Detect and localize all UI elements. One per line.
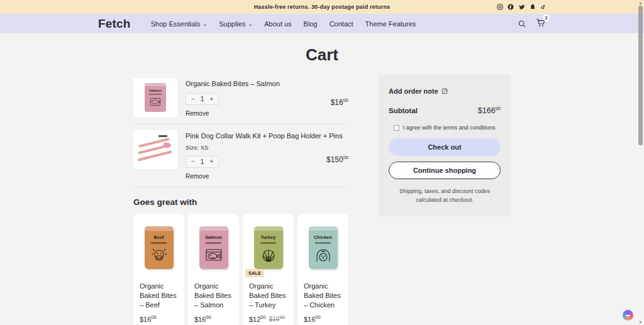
add-order-note-button[interactable]: Add order note <box>389 87 501 95</box>
beef-pouch-image: Beef <box>145 226 174 269</box>
product-thumbnail[interactable]: Salmon <box>133 78 177 117</box>
nav-item-blog[interactable]: Blog <box>304 20 318 28</box>
product-card-chicken[interactable]: Chicken Organic Baked Bites – Chicken $1… <box>297 214 348 325</box>
quantity-value: 1 <box>201 158 204 165</box>
nav-item-about-us[interactable]: About us <box>264 20 291 28</box>
product-title[interactable]: Organic Baked Bites – Salmon <box>194 282 233 311</box>
cart-item-price: $15000 <box>326 155 348 164</box>
nav-menu: Shop Essentials⌄ Supplies⌄ About us Blog… <box>151 20 518 28</box>
cart-item-price: $1600 <box>331 97 348 107</box>
tiktok-icon[interactable] <box>540 4 546 10</box>
cart-items-section: Salmon Organic Baked Bites – Salmon − 1 … <box>133 75 348 325</box>
continue-shopping-button[interactable]: Continue shopping <box>389 162 501 179</box>
nav-item-shop-essentials[interactable]: Shop Essentials⌄ <box>151 20 208 28</box>
page-title: Cart <box>0 45 644 65</box>
twitter-icon[interactable] <box>518 4 525 10</box>
subtotal-label: Subtotal <box>389 107 418 114</box>
cart-item-salmon-bites: Salmon Organic Baked Bites – Salmon − 1 … <box>133 75 348 124</box>
order-summary: Add order note Subtotal $16600 I agree w… <box>379 75 511 216</box>
decrease-quantity-button[interactable]: − <box>191 96 195 102</box>
scroll-up-arrow[interactable]: ▲ <box>637 1 644 5</box>
compare-at-price: $1600 <box>269 316 285 322</box>
quantity-value: 1 <box>201 96 204 102</box>
remove-link[interactable]: Remove <box>186 110 280 117</box>
recommendations-heading: Goes great with <box>133 197 348 207</box>
facebook-icon[interactable] <box>508 4 514 10</box>
product-card-turkey[interactable]: Turkey SALE Organic Baked Bites – Turkey… <box>243 214 294 325</box>
brand-logo[interactable]: Fetch <box>98 17 131 31</box>
cart-item-title[interactable]: Pink Dog Collar Walk Kit + Poop Bag Hold… <box>186 131 343 140</box>
social-links <box>497 0 546 14</box>
variant-size: Size: XS <box>186 144 343 151</box>
checkout-button[interactable]: Check out <box>389 138 501 156</box>
product-price: $1600 <box>140 314 178 323</box>
recommendations-grid: Beef Organic Baked Bites – Beef $1600 Sa… <box>133 214 348 325</box>
product-title[interactable]: Organic Baked Bites – Chicken <box>304 282 342 311</box>
decrease-quantity-button[interactable]: − <box>191 158 195 165</box>
fish-icon <box>205 247 223 262</box>
scrollbar-thumb[interactable] <box>638 6 643 145</box>
snapchat-icon[interactable] <box>530 4 536 10</box>
product-thumbnail[interactable] <box>133 130 177 169</box>
chicken-icon <box>315 247 331 263</box>
nav-item-contact[interactable]: Contact <box>330 20 353 28</box>
chat-widget-button[interactable] <box>623 310 633 321</box>
cart-page: Cart Salmon Organic Baked Bites – Salmon… <box>0 45 644 325</box>
product-price: $1600 <box>304 314 342 323</box>
instagram-icon[interactable] <box>497 4 503 10</box>
announcement-text: Hassle-free returns. 30-day postage paid… <box>254 4 391 10</box>
chevron-down-icon: ⌄ <box>248 22 252 27</box>
quantity-stepper[interactable]: − 1 + <box>186 156 219 168</box>
sale-badge: SALE <box>245 269 264 277</box>
cart-button[interactable]: 2 <box>535 18 546 30</box>
product-card-salmon[interactable]: Salmon Organic Baked Bites – Salmon $160… <box>188 214 239 325</box>
salmon-pouch-image: Salmon <box>145 83 166 112</box>
increase-quantity-button[interactable]: + <box>209 96 213 102</box>
salmon-pouch-image: Salmon <box>199 226 228 269</box>
collar-kit-image <box>136 133 175 167</box>
product-title[interactable]: Organic Baked Bites – Turkey <box>249 282 287 311</box>
product-card-beef[interactable]: Beef Organic Baked Bites – Beef $1600 <box>133 214 184 325</box>
cart-count-badge: 2 <box>543 14 550 21</box>
scroll-down-arrow[interactable]: ▼ <box>637 320 644 324</box>
quantity-stepper[interactable]: − 1 + <box>186 93 219 105</box>
checkout-footnote: Shipping, taxes, and discount codes calc… <box>389 187 501 205</box>
increase-quantity-button[interactable]: + <box>209 158 213 165</box>
turkey-icon <box>260 247 277 263</box>
terms-checkbox[interactable] <box>394 125 399 131</box>
cart-item-collar-kit: Pink Dog Collar Walk Kit + Poop Bag Hold… <box>133 124 348 187</box>
page-scrollbar[interactable]: ▲ ▼ <box>637 0 644 325</box>
product-price: $1200$1600 <box>249 314 287 323</box>
cart-item-title[interactable]: Organic Baked Bites – Salmon <box>186 79 280 88</box>
chicken-pouch-image: Chicken <box>309 226 338 269</box>
subtotal-amount: $16600 <box>478 106 501 115</box>
cow-icon <box>151 247 167 263</box>
product-price: $1600 <box>194 314 233 323</box>
remove-link[interactable]: Remove <box>186 173 343 180</box>
nav-item-supplies[interactable]: Supplies⌄ <box>219 20 252 28</box>
product-title[interactable]: Organic Baked Bites – Beef <box>140 282 178 311</box>
announcement-bar: Hassle-free returns. 30-day postage paid… <box>0 0 644 14</box>
nav-item-theme-features[interactable]: Theme Features <box>365 20 416 28</box>
terms-label: I agree with the terms and conditions <box>402 124 495 131</box>
edit-note-icon <box>441 88 448 94</box>
turkey-pouch-image: Turkey <box>254 226 283 269</box>
main-nav: Fetch Shop Essentials⌄ Supplies⌄ About u… <box>0 14 644 33</box>
search-icon[interactable] <box>518 19 526 28</box>
chevron-down-icon: ⌄ <box>203 22 208 27</box>
